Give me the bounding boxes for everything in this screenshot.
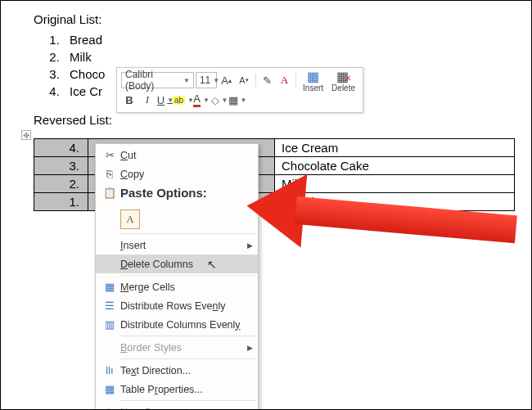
mini-toolbar: Calibri (Body)▼ 11▼ A▴ A▾ ✎ A ▦ Insert ▦… <box>116 67 363 113</box>
submenu-arrow-icon: ▶ <box>247 241 253 250</box>
highlight-button[interactable]: ab▼ <box>175 92 192 108</box>
row-value: Milk <box>275 175 515 193</box>
distribute-rows-icon: ☰ <box>99 300 120 312</box>
table-properties-icon: ▦ <box>99 383 120 395</box>
table-insert-icon: ▦ <box>307 69 319 83</box>
menu-merge-cells[interactable]: ▦ Merge Cells <box>96 277 258 296</box>
format-painter-button[interactable]: ✎ <box>259 72 274 88</box>
shrink-font-button[interactable]: A▾ <box>236 72 251 88</box>
table-delete-icon: ▦✕ <box>336 69 351 83</box>
list-item: Bread <box>63 31 520 48</box>
menu-new-comment[interactable]: ✎ New Comment <box>96 403 258 410</box>
chevron-down-icon: ▼ <box>183 77 190 84</box>
menu-paste-keep-text[interactable]: A <box>96 207 258 232</box>
row-number: 3. <box>34 157 88 175</box>
bold-button[interactable]: B <box>121 92 138 108</box>
submenu-arrow-icon: ▶ <box>247 344 253 352</box>
menu-distribute-columns[interactable]: ▥ Distribute Columns Evenly <box>96 315 258 334</box>
scissors-icon: ✂ <box>99 149 120 161</box>
row-number: 4. <box>34 139 88 157</box>
copy-icon: ⎘ <box>99 168 120 180</box>
font-name-combo[interactable]: Calibri (Body)▼ <box>121 72 194 88</box>
font-color-button[interactable]: A▼ <box>193 92 210 108</box>
grow-font-button[interactable]: A▴ <box>219 72 234 88</box>
clipboard-icon: 📋 <box>99 187 120 199</box>
menu-distribute-rows[interactable]: ☰ Distribute Rows Evenly <box>96 296 258 315</box>
menu-border-styles[interactable]: Border Styles ▶ <box>96 338 258 357</box>
menu-cut[interactable]: ✂ Cut <box>96 146 258 164</box>
reversed-list-heading: Reversed List: <box>34 113 112 127</box>
underline-button[interactable]: U▼ <box>157 92 174 108</box>
font-size-combo[interactable]: 11▼ <box>196 72 217 88</box>
italic-button[interactable]: I <box>139 92 156 108</box>
menu-insert[interactable]: Insert ▶ <box>96 236 258 255</box>
text-direction-icon: llı <box>99 364 120 376</box>
fill-color-button[interactable]: ◇▼ <box>211 92 228 108</box>
delete-button[interactable]: ▦✕ Delete <box>328 69 358 92</box>
distribute-cols-icon: ▥ <box>99 318 120 331</box>
context-menu: ✂ Cut ⎘ Copy 📋 Paste Options: A Insert ▶… <box>95 143 259 410</box>
row-value: Ice Cream <box>275 139 515 157</box>
table-anchor-icon[interactable]: ✥ <box>21 130 31 140</box>
row-number: 1. <box>34 193 88 211</box>
menu-text-direction[interactable]: llı Text Direction... <box>96 361 258 380</box>
row-number: 2. <box>34 175 88 193</box>
original-list-heading: Original List: <box>34 12 520 26</box>
menu-paste-options-heading: 📋 Paste Options: <box>96 183 258 202</box>
borders-button[interactable]: ▦▼ <box>229 92 246 108</box>
menu-delete-columns[interactable]: Delete Columns ↖ <box>96 255 258 273</box>
menu-copy[interactable]: ⎘ Copy <box>96 164 258 183</box>
list-item: Milk <box>63 48 520 65</box>
row-value: Chocolate Cake <box>275 157 515 175</box>
insert-button[interactable]: ▦ Insert <box>300 69 327 92</box>
styles-button[interactable]: A <box>277 72 292 88</box>
row-value: Bread <box>275 193 515 211</box>
merge-cells-icon: ▦ <box>99 281 120 293</box>
comment-icon: ✎ <box>99 406 120 410</box>
menu-table-properties[interactable]: ▦ Table Properties... <box>96 380 258 399</box>
